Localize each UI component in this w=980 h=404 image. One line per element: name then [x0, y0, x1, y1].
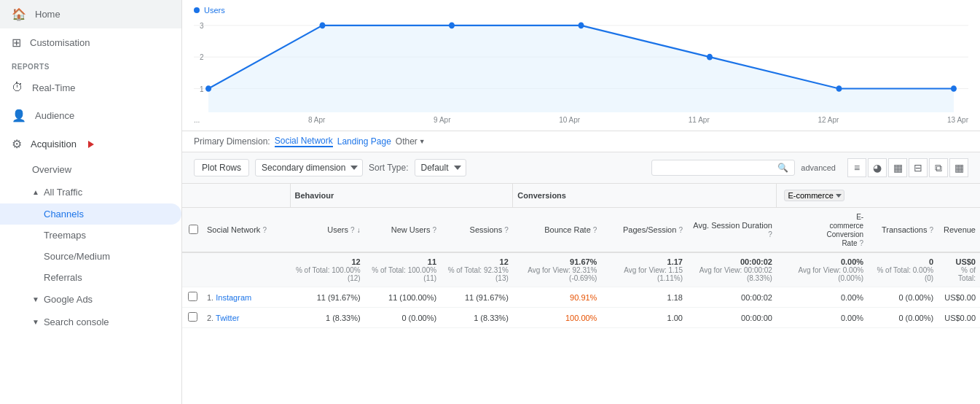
users-sort-icon[interactable]: ↓	[357, 226, 361, 234]
sidebar-item-acquisition[interactable]: ⚙ Acquisition	[0, 130, 181, 158]
search-icon[interactable]: 🔍	[777, 163, 788, 173]
table-view-button[interactable]: ≡	[847, 158, 866, 177]
chart-area: Users 3 2 1 ... 8 Apr 9 A	[182, 0, 980, 131]
sidebar-item-all-traffic[interactable]: ▲ All Traffic	[0, 181, 181, 203]
sidebar-item-audience[interactable]: 👤 Audience	[0, 101, 181, 130]
sessions-help-icon: ?	[504, 226, 509, 234]
svg-point-9	[449, 23, 455, 29]
row2-users: 1 (8.33%)	[290, 308, 365, 328]
reports-section-label: REPORTS	[0, 57, 181, 74]
sidebar-item-overview[interactable]: Overview	[0, 158, 181, 181]
search-input[interactable]	[658, 163, 775, 173]
th-pages-session: Pages/Session ?	[601, 208, 687, 253]
transactions-help-icon: ?	[930, 226, 934, 234]
expand-icon: ▲	[32, 188, 39, 196]
other-chevron-icon: ▼	[419, 138, 426, 145]
acquisition-group-header: Behaviour	[290, 184, 513, 208]
x-label-3: 10 Apr	[559, 116, 580, 124]
comparison-view-button[interactable]: ⊟	[909, 158, 928, 177]
sidebar-item-home[interactable]: 🏠 Home	[0, 0, 181, 28]
row1-pages-session: 1.18	[601, 287, 687, 308]
svg-marker-6	[208, 26, 954, 112]
customisation-icon: ⊞	[12, 36, 21, 50]
pie-view-button[interactable]: ◕	[868, 158, 887, 177]
row2-ecommerce: 0.00%	[777, 308, 868, 328]
sidebar-label-all-traffic: All Traffic	[44, 187, 82, 198]
ecommerce-help-icon: ?	[860, 239, 864, 247]
row2-bounce-rate: 100.00%	[513, 308, 602, 328]
advanced-link[interactable]: advanced	[801, 163, 836, 172]
row2-checkbox[interactable]	[188, 312, 197, 322]
chart-x-axis: ... 8 Apr 9 Apr 10 Apr 11 Apr 12 Apr 13 …	[194, 114, 968, 125]
chart-dot-icon	[194, 7, 200, 13]
row1-checkbox[interactable]	[188, 292, 197, 301]
th-checkbox	[182, 208, 203, 253]
performance-view-button[interactable]: ▦	[888, 158, 907, 177]
row1-bounce-rate: 90.91%	[513, 287, 602, 308]
th-users: Users ? ↓	[290, 208, 365, 253]
checkbox-header	[182, 184, 203, 208]
sidebar-label-customisation: Customisation	[30, 37, 90, 48]
total-transactions: 0 % of Total: 0.00% (0)	[868, 252, 938, 287]
chart-svg: 3 2 1	[194, 18, 968, 112]
plot-rows-button[interactable]: Plot Rows	[194, 159, 249, 176]
sidebar-item-realtime[interactable]: ⏱ Real-Time	[0, 74, 181, 101]
x-label-5: 12 Apr	[818, 116, 839, 124]
other-dropdown[interactable]: Other ▼	[396, 136, 426, 147]
realtime-icon: ⏱	[12, 81, 23, 94]
sidebar-item-channels[interactable]: Channels	[0, 203, 181, 225]
row2-revenue: US$0.00	[938, 308, 980, 328]
table-wrapper: Behaviour Conversions E-commerce	[182, 184, 980, 404]
svg-point-10	[578, 23, 584, 29]
sidebar-item-referrals[interactable]: Referrals	[0, 267, 181, 288]
row2-name-link[interactable]: Twitter	[216, 314, 239, 322]
landing-page-link[interactable]: Landing Page	[337, 136, 391, 147]
sidebar-label-audience: Audience	[35, 110, 74, 121]
table-row: 1. Instagram 11 (91.67%) 11 (100.00%) 11…	[182, 287, 980, 308]
sidebar-item-treemaps[interactable]: Treemaps	[0, 225, 181, 246]
total-users: 12 % of Total: 100.00% (12)	[290, 252, 365, 287]
row1-avg-session: 00:00:02	[687, 287, 777, 308]
home-icon: 🏠	[12, 7, 26, 21]
social-network-link[interactable]: Social Network	[275, 136, 333, 147]
row2-avg-session: 00:00:00	[687, 308, 777, 328]
x-label-4: 11 Apr	[689, 116, 710, 124]
search-console-expand-icon: ▼	[32, 318, 39, 326]
sidebar-item-source-medium[interactable]: Source/Medium	[0, 246, 181, 267]
sidebar-item-google-ads[interactable]: ▼ Google Ads	[0, 288, 181, 311]
sidebar-item-search-console[interactable]: ▼ Search console	[0, 311, 181, 333]
svg-point-11	[707, 54, 713, 61]
x-label-0: ...	[194, 116, 200, 124]
sidebar-item-customisation[interactable]: ⊞ Customisation	[0, 28, 181, 57]
row1-new-users: 11 (100.00%)	[365, 287, 441, 308]
row2-new-users: 0 (0.00%)	[365, 308, 441, 328]
pivot-view-button[interactable]: ▦	[949, 158, 968, 177]
row2-transactions: 0 (0.00%)	[868, 308, 938, 328]
svg-point-13	[951, 85, 957, 92]
data-table: Behaviour Conversions E-commerce	[182, 184, 980, 328]
row1-name-link[interactable]: Instagram	[216, 293, 251, 302]
row1-ecommerce: 0.00%	[777, 287, 868, 308]
total-revenue: US$0 % of Total:	[938, 252, 980, 287]
x-label-1: 8 Apr	[308, 116, 325, 124]
avg-session-help-icon: ?	[768, 230, 772, 238]
x-label-2: 9 Apr	[434, 116, 450, 124]
search-box: 🔍	[651, 160, 795, 176]
ecommerce-select[interactable]: E-commerce	[784, 190, 844, 201]
secondary-dimension-select[interactable]: Secondary dimension	[255, 159, 363, 176]
table-row: 2. Twitter 1 (8.33%) 0 (0.00%) 1 (8.33%)…	[182, 308, 980, 328]
svg-point-8	[319, 23, 325, 29]
th-bounce-rate: Bounce Rate ?	[513, 208, 602, 253]
term-view-button[interactable]: ⧉	[929, 158, 948, 177]
row1-name-cell: 1. Instagram	[203, 287, 290, 308]
sidebar-label-realtime: Real-Time	[32, 82, 75, 93]
total-label-cell	[203, 252, 290, 287]
acquisition-icon: ⚙	[12, 137, 22, 151]
th-social-network: Social Network ?	[203, 208, 290, 253]
sidebar-label-home: Home	[35, 9, 60, 20]
select-all-checkbox[interactable]	[189, 225, 198, 234]
total-ecommerce: 0.00% Avg for View: 0.00% (0.00%)	[777, 252, 868, 287]
sort-type-select[interactable]: Default	[415, 159, 466, 176]
x-label-6: 13 Apr	[947, 116, 968, 124]
svg-text:1: 1	[200, 85, 204, 93]
